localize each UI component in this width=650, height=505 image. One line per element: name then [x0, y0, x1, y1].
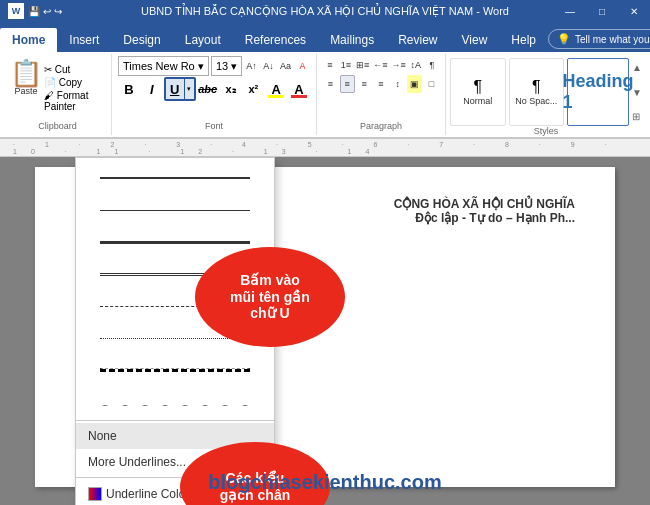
italic-button[interactable]: I — [141, 78, 163, 100]
tab-home[interactable]: Home — [0, 28, 57, 52]
para-row-2: ≡ ≡ ≡ ≡ ↕ ▣ □ — [323, 75, 439, 93]
divider-1 — [76, 420, 274, 421]
decrease-font-button[interactable]: A↓ — [261, 57, 276, 75]
doc-right-line2: Độc lập - Tự do – Hạnh Ph... — [394, 211, 575, 225]
increase-font-button[interactable]: A↑ — [244, 57, 259, 75]
minimize-button[interactable]: — — [554, 0, 586, 22]
underline-preview-dashdot — [100, 368, 250, 372]
ribbon-content: 📋 Paste ✂ Cut 📄 Copy 🖌 Format Painter Cl… — [0, 52, 650, 138]
doc-right-col: CỘNG HÒA XÃ HỘI CHỦ NGHĨA Độc lập - Tự d… — [394, 197, 575, 225]
window-controls: — □ ✕ — [554, 0, 650, 22]
doc-right-line1: CỘNG HÒA XÃ HỘI CHỦ NGHĨA — [394, 197, 575, 211]
underline-preview-thick — [100, 241, 250, 244]
word-app-icon: W — [8, 3, 24, 19]
styles-scroll-up[interactable]: ▲ — [632, 62, 642, 73]
title-text: UBND TỈNH BẮC CẠNCỘNG HÒA XÃ HỘI CHỦ NGH… — [141, 5, 509, 18]
bold-button[interactable]: B — [118, 78, 140, 100]
increase-indent-button[interactable]: →≡ — [391, 56, 407, 74]
font-size-dropdown[interactable]: 13 ▾ — [211, 56, 242, 76]
undo-button[interactable]: ↩ — [43, 6, 51, 17]
underline-option-thin[interactable] — [76, 162, 274, 194]
cut-button[interactable]: ✂ Cut — [44, 64, 105, 75]
tab-insert[interactable]: Insert — [57, 28, 111, 52]
ribbon: 📋 Paste ✂ Cut 📄 Copy 🖌 Format Painter Cl… — [0, 52, 650, 139]
underline-option-wavy[interactable] — [76, 386, 274, 418]
numbering-button[interactable]: 1≡ — [339, 56, 353, 74]
close-button[interactable]: ✕ — [618, 0, 650, 22]
font-group-label: Font — [205, 121, 223, 133]
underline-button[interactable]: U — [166, 79, 184, 99]
multilevel-button[interactable]: ⊞≡ — [355, 56, 370, 74]
sort-button[interactable]: ↕A — [409, 56, 423, 74]
font-name-dropdown[interactable]: Times New Ro ▾ — [118, 56, 209, 76]
style-nospace-item[interactable]: ¶ No Spac... — [509, 58, 565, 126]
tab-help[interactable]: Help — [499, 28, 548, 52]
callout-1-text: Bấm vào mũi tên gần chữ U — [230, 272, 310, 322]
font-size-arrow-icon: ▾ — [231, 60, 237, 73]
copy-button[interactable]: 📄 Copy — [44, 77, 105, 88]
blog-watermark: blogchiasekienthuc.com — [208, 471, 441, 494]
lightbulb-icon: 💡 — [557, 33, 571, 46]
tab-layout[interactable]: Layout — [173, 28, 233, 52]
font-color-button[interactable]: A — [288, 78, 310, 100]
para-row-1: ≡ 1≡ ⊞≡ ←≡ →≡ ↕A ¶ — [323, 56, 439, 74]
underline-preview-medium — [100, 210, 250, 211]
clear-formatting-button[interactable]: A — [295, 57, 310, 75]
paragraph-group-label: Paragraph — [360, 121, 402, 133]
shading-button[interactable]: ▣ — [407, 75, 422, 93]
styles-expand[interactable]: ⊞ — [632, 111, 642, 122]
ribbon-tabs-bar: Home Insert Design Layout References Mai… — [0, 22, 650, 52]
tab-review[interactable]: Review — [386, 28, 449, 52]
line-spacing-button[interactable]: ↕ — [390, 75, 405, 93]
title-bar: W 💾 ↩ ↪ UBND TỈNH BẮC CẠNCỘNG HÒA XÃ HỘI… — [0, 0, 650, 22]
font-name-value: Times New Ro — [123, 60, 195, 72]
style-heading1-item[interactable]: Heading 1 — [567, 58, 629, 126]
show-paragraph-button[interactable]: ¶ — [425, 56, 439, 74]
subscript-button[interactable]: x₂ — [220, 78, 242, 100]
tab-mailings[interactable]: Mailings — [318, 28, 386, 52]
bullets-button[interactable]: ≡ — [323, 56, 337, 74]
font-row-2: B I U ▾ abc x₂ x² A A — [118, 77, 310, 101]
format-painter-button[interactable]: 🖌 Format Painter — [44, 90, 105, 112]
ruler: · 1 · 2 · 3 · 4 · 5 · 6 · 7 · 8 · 9 · 10… — [0, 139, 650, 157]
maximize-button[interactable]: □ — [586, 0, 618, 22]
change-case-button[interactable]: Aa — [278, 57, 293, 75]
clipboard-label: Clipboard — [38, 121, 77, 133]
align-center-button[interactable]: ≡ — [340, 75, 355, 93]
tell-me-input[interactable]: 💡 Tell me what you want to do — [548, 29, 650, 49]
font-name-arrow-icon: ▾ — [198, 60, 204, 73]
styles-group: ¶ Normal ¶ No Spac... Heading 1 ▲ ▼ ⊞ — [446, 54, 646, 135]
align-right-button[interactable]: ≡ — [357, 75, 372, 93]
superscript-button[interactable]: x² — [242, 78, 264, 100]
tell-me-placeholder: Tell me what you want to do — [575, 34, 650, 45]
style-nospace-preview: ¶ — [532, 78, 541, 96]
style-normal-item[interactable]: ¶ Normal — [450, 58, 506, 126]
redo-button[interactable]: ↪ — [54, 6, 62, 17]
tab-design[interactable]: Design — [111, 28, 172, 52]
color-spectrum-icon — [88, 487, 102, 501]
align-left-button[interactable]: ≡ — [323, 75, 338, 93]
strikethrough-button[interactable]: abc — [197, 78, 219, 100]
document-area: D TỈNH B... D HUYỆN BA BE CỘNG HÒA XÃ HỘ… — [0, 157, 650, 505]
decrease-indent-button[interactable]: ←≡ — [372, 56, 388, 74]
underline-option-medium[interactable] — [76, 194, 274, 226]
callout-bubble-1: Bấm vào mũi tên gần chữ U — [195, 247, 345, 347]
text-highlight-button[interactable]: A — [265, 78, 287, 100]
borders-button[interactable]: □ — [424, 75, 439, 93]
font-row-1: Times New Ro ▾ 13 ▾ A↑ A↓ Aa A — [118, 56, 310, 76]
font-group: Times New Ro ▾ 13 ▾ A↑ A↓ Aa A B I — [112, 54, 317, 135]
tab-references[interactable]: References — [233, 28, 318, 52]
justify-button[interactable]: ≡ — [374, 75, 389, 93]
underline-dropdown-arrow[interactable]: ▾ — [184, 79, 194, 99]
underline-option-dashdot[interactable] — [76, 354, 274, 386]
paragraph-controls: ≡ 1≡ ⊞≡ ←≡ →≡ ↕A ¶ ≡ ≡ ≡ ≡ ↕ ▣ □ — [323, 56, 439, 121]
underline-preview-thin — [100, 177, 250, 179]
styles-scroll-down[interactable]: ▼ — [632, 87, 642, 98]
underline-color-label: Underline Color — [106, 487, 189, 501]
none-label: None — [88, 429, 117, 443]
underline-group[interactable]: U ▾ — [164, 77, 196, 101]
tab-view[interactable]: View — [450, 28, 500, 52]
paste-button[interactable]: 📋 Paste — [10, 60, 42, 96]
save-button[interactable]: 💾 — [28, 6, 40, 17]
underline-color-left: Underline Color — [88, 487, 189, 501]
